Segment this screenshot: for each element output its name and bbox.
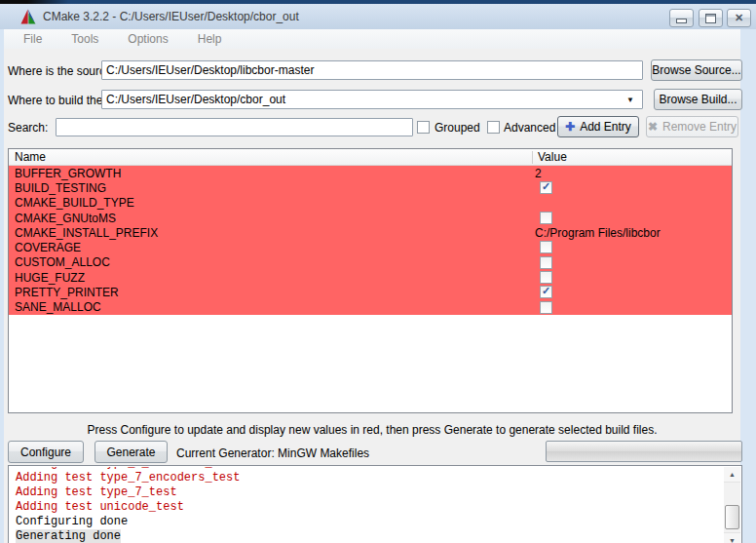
log-line: Adding test type_7_test xyxy=(16,485,723,500)
scroll-up-icon[interactable]: ▲ xyxy=(724,467,740,483)
maximize-button[interactable] xyxy=(699,9,723,27)
table-row[interactable]: HUGE_FUZZ xyxy=(9,270,732,285)
column-header-name[interactable]: Name xyxy=(15,150,46,164)
table-row[interactable]: CUSTOM_ALLOC xyxy=(9,255,732,270)
variable-name-cell[interactable]: SANE_MALLOC xyxy=(15,300,101,314)
log-scrollbar[interactable]: ▲ ▼ xyxy=(724,467,740,543)
maximize-icon xyxy=(705,14,716,23)
variable-name-cell[interactable]: CMAKE_GNUtoMS xyxy=(15,212,116,225)
minimize-button[interactable] xyxy=(669,9,694,27)
highlighted-log-text: Generating done xyxy=(16,529,121,543)
configure-button[interactable]: Configure xyxy=(8,441,84,463)
browse-build-button[interactable]: Browse Build... xyxy=(654,89,742,110)
value-checkbox[interactable] xyxy=(540,256,552,269)
source-path-input[interactable] xyxy=(101,60,643,80)
variable-name-cell[interactable]: PRETTY_PRINTER xyxy=(15,286,119,299)
add-entry-button[interactable]: ✚ Add Entry xyxy=(557,116,639,137)
cmake-logo-icon xyxy=(20,9,36,24)
log-line: Configuring done xyxy=(16,515,723,529)
table-row[interactable]: PRETTY_PRINTER✓ xyxy=(9,285,732,299)
close-button[interactable]: ✕ xyxy=(727,9,751,27)
check-icon: ✓ xyxy=(542,286,550,296)
table-row[interactable]: COVERAGE xyxy=(9,240,732,254)
menu-item-tools[interactable]: Tools xyxy=(71,32,98,46)
column-header-value[interactable]: Value xyxy=(538,150,567,164)
grouped-checkbox[interactable] xyxy=(417,121,430,134)
grouped-label: Grouped xyxy=(435,121,480,135)
variable-name-cell[interactable]: CUSTOM_ALLOC xyxy=(15,255,110,269)
variable-name-cell[interactable]: CMAKE_INSTALL_PREFIX xyxy=(15,226,158,240)
menu-item-file[interactable]: File xyxy=(23,32,42,46)
variable-name-cell[interactable]: COVERAGE xyxy=(15,241,81,254)
variable-name-cell[interactable]: CMAKE_BUILD_TYPE xyxy=(15,196,134,210)
progress-bar xyxy=(546,441,742,462)
value-checkbox[interactable]: ✓ xyxy=(540,286,552,298)
table-row[interactable]: CMAKE_BUILD_TYPE xyxy=(9,196,732,211)
window-title: CMake 3.2.2 - C:/Users/IEUser/Desktop/cb… xyxy=(43,10,299,23)
advanced-checkbox[interactable] xyxy=(487,121,500,134)
variable-name-cell[interactable]: BUFFER_GROWTH xyxy=(15,167,121,180)
output-log-text[interactable]: Adding test type_6_encoders_testAdding t… xyxy=(10,467,723,543)
build-path-value: C:/Users/IEUser/Desktop/cbor_out xyxy=(106,93,285,106)
check-icon: ✓ xyxy=(542,181,550,192)
value-checkbox[interactable] xyxy=(540,241,552,253)
cache-variables-table: Name Value BUFFER_GROWTH2BUILD_TESTING✓C… xyxy=(8,148,733,413)
output-log[interactable]: Adding test type_6_encoders_testAdding t… xyxy=(8,465,742,543)
column-divider[interactable] xyxy=(532,151,533,164)
value-cell[interactable]: C:/Program Files/libcbor xyxy=(535,226,661,240)
window-border-right xyxy=(740,29,756,543)
search-label: Search: xyxy=(8,121,48,135)
remove-entry-label: Remove Entry xyxy=(662,120,737,134)
value-checkbox[interactable] xyxy=(540,301,552,314)
variable-name-cell[interactable]: BUILD_TESTING xyxy=(15,181,106,195)
menu-item-options[interactable]: Options xyxy=(128,32,168,46)
variable-name-cell[interactable]: HUGE_FUZZ xyxy=(15,271,85,285)
close-icon: ✕ xyxy=(735,13,743,23)
titlebar[interactable]: CMake 3.2.2 - C:/Users/IEUser/Desktop/cb… xyxy=(0,4,756,30)
minimize-icon xyxy=(676,19,687,23)
chevron-down-icon[interactable]: ▼ xyxy=(626,96,634,104)
menu-bar: FileToolsOptionsHelp xyxy=(4,29,740,49)
advanced-label: Advanced xyxy=(504,121,555,135)
scroll-down-icon[interactable]: ▼ xyxy=(724,532,740,543)
menu-item-help[interactable]: Help xyxy=(198,32,222,46)
x-icon: ✖ xyxy=(648,121,658,133)
help-text: Press Configure to update and display ne… xyxy=(4,423,740,437)
log-line: Adding test unicode_test xyxy=(16,500,723,515)
add-entry-label: Add Entry xyxy=(580,120,631,134)
build-path-combobox[interactable]: C:/Users/IEUser/Desktop/cbor_out ▼ xyxy=(101,90,643,109)
log-line: Generating done xyxy=(16,529,723,543)
table-row[interactable]: CMAKE_GNUtoMS xyxy=(9,211,732,225)
browse-source-button[interactable]: Browse Source... xyxy=(651,59,742,81)
plus-icon: ✚ xyxy=(565,121,575,133)
table-header[interactable]: Name Value xyxy=(9,149,732,166)
value-checkbox[interactable] xyxy=(540,271,552,284)
value-cell[interactable]: 2 xyxy=(535,167,542,180)
table-row[interactable]: CMAKE_INSTALL_PREFIXC:/Program Files/lib… xyxy=(9,225,732,240)
table-row[interactable]: SANE_MALLOC xyxy=(9,300,732,315)
cache-rows: BUFFER_GROWTH2BUILD_TESTING✓CMAKE_BUILD_… xyxy=(9,166,732,315)
table-row[interactable]: BUFFER_GROWTH2 xyxy=(9,166,732,180)
scrollbar-thumb[interactable] xyxy=(725,505,739,529)
cmake-gui-window: CMake 3.2.2 - C:/Users/IEUser/Desktop/cb… xyxy=(0,0,756,543)
search-input[interactable] xyxy=(56,118,413,136)
table-row[interactable]: BUILD_TESTING✓ xyxy=(9,180,732,195)
current-generator-label: Current Generator: MinGW Makefiles xyxy=(176,446,369,460)
remove-entry-button[interactable]: ✖ Remove Entry xyxy=(646,116,738,137)
value-checkbox[interactable] xyxy=(540,212,552,224)
value-checkbox[interactable]: ✓ xyxy=(540,181,552,194)
log-line: Adding test type_7_encoders_test xyxy=(16,471,723,485)
generate-button[interactable]: Generate xyxy=(94,441,168,463)
